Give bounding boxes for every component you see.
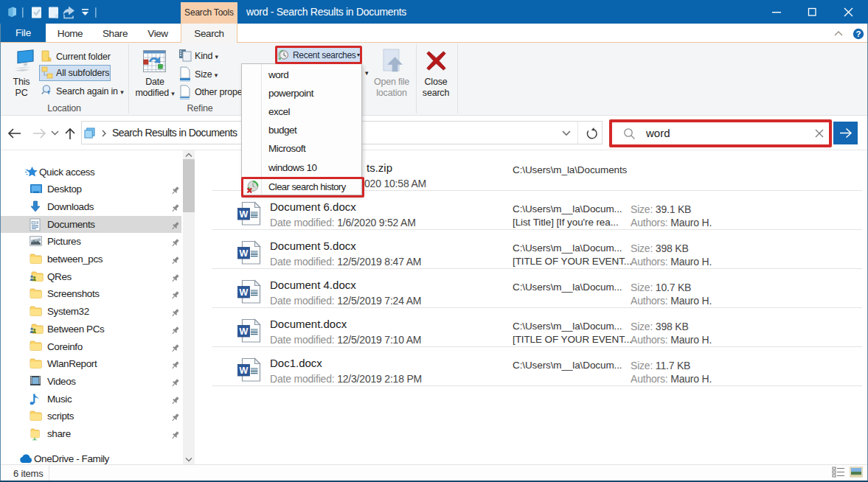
svg-text:?: ? bbox=[855, 29, 861, 38]
svg-text:W: W bbox=[240, 287, 249, 297]
svg-text:W: W bbox=[240, 248, 249, 258]
svg-text:W: W bbox=[240, 326, 249, 336]
svg-text:W: W bbox=[240, 209, 249, 219]
svg-text:W: W bbox=[240, 365, 249, 375]
